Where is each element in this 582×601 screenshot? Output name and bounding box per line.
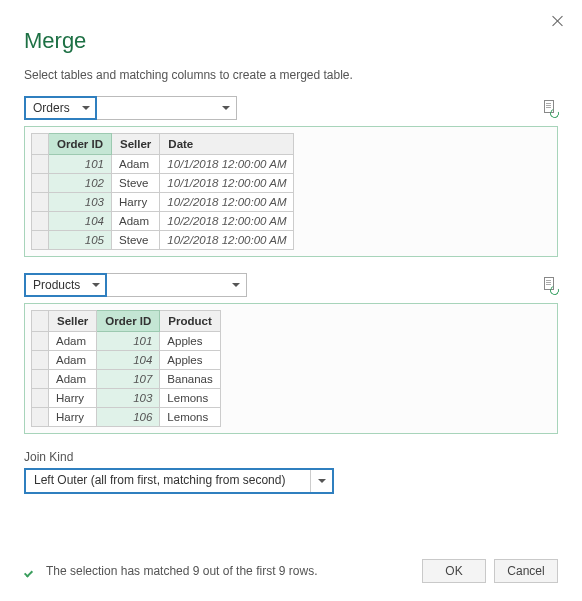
chevron-down-icon <box>226 274 246 296</box>
chevron-down-icon <box>310 470 332 492</box>
table1-preview: Order ID Seller Date 101 Adam 10/1/2018 … <box>24 126 558 257</box>
chevron-down-icon <box>216 97 236 119</box>
table1-col-orderid[interactable]: Order ID <box>49 134 112 155</box>
dialog-footer: The selection has matched 9 out of the f… <box>24 559 558 583</box>
refresh-table1-icon[interactable] <box>542 99 558 117</box>
chevron-down-icon <box>87 275 105 295</box>
table-row[interactable]: Adam 107 Bananas <box>32 370 221 389</box>
table-row[interactable]: Harry 106 Lemons <box>32 408 221 427</box>
ok-button[interactable]: OK <box>422 559 486 583</box>
table-row[interactable]: 102 Steve 10/1/2018 12:00:00 AM <box>32 174 294 193</box>
refresh-table2-icon[interactable] <box>542 276 558 294</box>
table-row[interactable]: 104 Adam 10/2/2018 12:00:00 AM <box>32 212 294 231</box>
cancel-button[interactable]: Cancel <box>494 559 558 583</box>
table2-section: Products Seller Order ID Product <box>24 273 558 434</box>
table1-dropdown-value: Orders <box>26 101 77 115</box>
chevron-down-icon <box>77 98 95 118</box>
join-kind-value: Left Outer (all from first, matching fro… <box>26 470 310 492</box>
dialog-instruction: Select tables and matching columns to cr… <box>24 68 558 82</box>
dialog-title: Merge <box>24 28 558 54</box>
table1-dropdown[interactable]: Orders <box>24 96 97 120</box>
join-kind-dropdown[interactable]: Left Outer (all from first, matching fro… <box>24 468 334 494</box>
match-status: The selection has matched 9 out of the f… <box>46 564 317 578</box>
check-icon <box>24 564 38 578</box>
table1-section: Orders Order ID Seller Date <box>24 96 558 257</box>
table2-column-dropdown[interactable] <box>107 273 247 297</box>
table-row[interactable]: Adam 101 Apples <box>32 332 221 351</box>
table1-column-dropdown[interactable] <box>97 96 237 120</box>
table1-grid: Order ID Seller Date 101 Adam 10/1/2018 … <box>31 133 294 250</box>
table2-dropdown-value: Products <box>26 278 87 292</box>
table2-col-orderid[interactable]: Order ID <box>97 311 160 332</box>
table1-col-date[interactable]: Date <box>160 134 294 155</box>
table2-col-product[interactable]: Product <box>160 311 220 332</box>
table-row[interactable]: 101 Adam 10/1/2018 12:00:00 AM <box>32 155 294 174</box>
join-kind-label: Join Kind <box>24 450 558 464</box>
table2-col-seller[interactable]: Seller <box>49 311 97 332</box>
table-row[interactable]: 103 Harry 10/2/2018 12:00:00 AM <box>32 193 294 212</box>
table-row[interactable]: Adam 104 Apples <box>32 351 221 370</box>
table-row[interactable]: 105 Steve 10/2/2018 12:00:00 AM <box>32 231 294 250</box>
table-row[interactable]: Harry 103 Lemons <box>32 389 221 408</box>
table2-preview: Seller Order ID Product Adam 101 Apples … <box>24 303 558 434</box>
table1-col-seller[interactable]: Seller <box>112 134 160 155</box>
table2-dropdown[interactable]: Products <box>24 273 107 297</box>
table2-grid: Seller Order ID Product Adam 101 Apples … <box>31 310 221 427</box>
close-icon[interactable] <box>552 14 564 26</box>
